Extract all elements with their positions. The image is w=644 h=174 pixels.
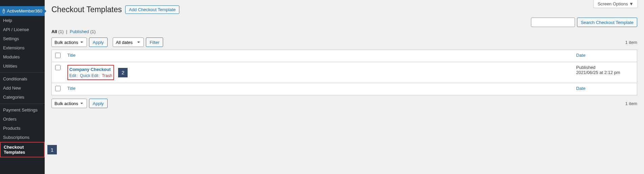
apply-button-bottom[interactable]: Apply (89, 99, 108, 108)
main-content: Screen Options ▼ Checkout Templates Add … (45, 0, 644, 174)
row-status: Published (576, 65, 634, 70)
row-select-checkbox[interactable] (55, 65, 61, 70)
screen-options-toggle[interactable]: Screen Options ▼ (593, 0, 638, 8)
filter-button[interactable]: Filter (146, 38, 163, 47)
sidebar-item-orders[interactable]: Orders (0, 115, 45, 124)
row-quick-edit-link[interactable]: Quick Edit (80, 73, 98, 78)
filter-all-link[interactable]: All (51, 29, 57, 34)
bulk-actions-select-top[interactable]: Bulk actions (51, 38, 87, 47)
plugin-icon: ^ (3, 9, 5, 14)
title-column-footer[interactable]: Title (67, 86, 75, 91)
add-checkout-template-button[interactable]: Add Checkout Template (125, 5, 179, 14)
sidebar-item-extensions[interactable]: Extensions (0, 43, 45, 52)
admin-sidebar: ^ ActiveMember360 Help API / License Set… (0, 0, 45, 174)
list-filter-subsubsub: All (1) | Published (1) (51, 29, 637, 34)
sidebar-item-api-license[interactable]: API / License (0, 25, 45, 34)
sidebar-item-add-new[interactable]: Add New (0, 83, 45, 93)
sidebar-item-conditionals[interactable]: Conditionals (0, 74, 45, 83)
apply-button-top[interactable]: Apply (89, 38, 108, 47)
table-row: Company Checkout Edit| Quick Edit| Trash… (52, 62, 637, 83)
search-checkout-template-button[interactable]: Search Checkout Template (577, 18, 637, 27)
sidebar-item-products[interactable]: Products (0, 124, 45, 133)
sidebar-item-help[interactable]: Help (0, 16, 45, 25)
sidebar-separator (0, 72, 45, 73)
sidebar-plugin-header[interactable]: ^ ActiveMember360 (0, 6, 45, 16)
item-count-top: 1 item (625, 40, 637, 45)
sidebar-item-checkout-templates[interactable]: Checkout Templates (0, 142, 45, 157)
row-actions: Edit| Quick Edit| Trash (69, 73, 112, 78)
sidebar-item-categories[interactable]: Categories (0, 93, 45, 102)
bulk-actions-select-bottom[interactable]: Bulk actions (51, 99, 87, 108)
row-trash-link[interactable]: Trash (102, 73, 112, 78)
sidebar-item-subscriptions[interactable]: Subscriptions (0, 133, 45, 142)
select-all-bottom-checkbox[interactable] (55, 86, 61, 91)
date-column-header[interactable]: Date (576, 53, 585, 58)
select-all-top-checkbox[interactable] (55, 53, 61, 58)
item-count-bottom: 1 item (625, 101, 637, 106)
filter-all-count: (1) (58, 29, 64, 34)
row-title-link[interactable]: Company Checkout (69, 67, 111, 72)
checkout-templates-table: Title Date Company Checkout Edit| Quick … (51, 50, 637, 95)
sidebar-separator (0, 103, 45, 104)
sidebar-item-payment-settings[interactable]: Payment Settings (0, 105, 45, 115)
search-input[interactable] (531, 18, 575, 27)
annotation-badge-2: 2 (118, 68, 128, 77)
sidebar-item-modules[interactable]: Modules (0, 52, 45, 61)
date-filter-select[interactable]: All dates (113, 38, 144, 47)
filter-published-link[interactable]: Published (70, 29, 89, 34)
page-title: Checkout Templates (51, 5, 122, 14)
sidebar-item-settings[interactable]: Settings (0, 34, 45, 43)
filter-published-count: (1) (90, 29, 96, 34)
row-date: 2021/06/25 at 2:12 pm (576, 70, 634, 75)
plugin-name: ActiveMember360 (7, 8, 42, 14)
title-column-header[interactable]: Title (67, 53, 75, 58)
date-column-footer[interactable]: Date (576, 86, 585, 91)
row-edit-link[interactable]: Edit (69, 73, 76, 78)
sidebar-item-utilities[interactable]: Utilities (0, 61, 45, 71)
